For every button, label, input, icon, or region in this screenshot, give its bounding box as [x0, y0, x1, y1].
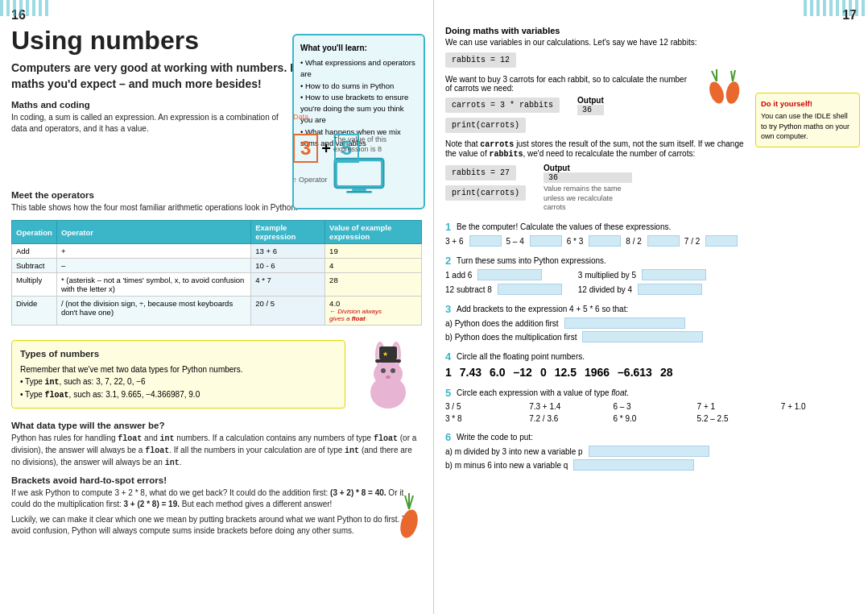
brackets-body2: Luckily, we can make it clear which one …	[11, 514, 422, 537]
answer-box[interactable]	[530, 235, 562, 247]
expr-item: 12 subtract 8	[445, 284, 562, 295]
expr-7plus1: 7 + 1	[697, 402, 773, 411]
datatype-body: Python has rules for handling float and …	[11, 433, 422, 469]
learn-box-item2: • How to do sums in Python	[300, 81, 417, 92]
exercise-1: 1 Be the computer! Calculate the values …	[445, 221, 857, 247]
value-note: Value remains the same unless we recalcu…	[544, 185, 632, 213]
exercise-1-items: 3 + 6 5 – 4 6 * 3 8 / 2 7 / 2	[445, 235, 857, 247]
part-b-label: b) Python does the multiplication first	[445, 333, 577, 342]
exercise-5: 5 Circle each expression with a value of…	[445, 387, 857, 423]
op-example: 13 + 6	[251, 244, 325, 259]
code-print-carrots2: print(carrots)	[445, 185, 526, 201]
exercise-num-6: 6	[445, 431, 451, 443]
answer-box[interactable]	[477, 269, 542, 280]
table-row: Multiply * (asterisk – not a 'times' sym…	[12, 273, 422, 297]
number-1: 1	[445, 366, 452, 379]
number-60: 6.0	[490, 366, 505, 379]
diy-body: You can use the IDLE shell to try Python…	[761, 111, 854, 142]
expr-item: 7 / 2	[684, 235, 738, 247]
page-number-right: 17	[445, 8, 857, 23]
svg-point-20	[707, 80, 727, 105]
exercise-2-items: 1 add 6 12 subtract 8 3 multiplied by 5 …	[445, 269, 857, 295]
expr-7plus10: 7 + 1.0	[781, 402, 857, 411]
exercise-num-3: 3	[445, 303, 451, 315]
part-6a-label: a) m divided by 3 into new a variable p	[445, 447, 583, 456]
division-note: ← Division alwaysgives a float	[329, 308, 417, 322]
note-carrots: Note that carrots just stores the result…	[445, 139, 754, 159]
part-a-label: a) Python does the addition first	[445, 319, 559, 328]
expr-3div5: 3 / 5	[445, 402, 521, 411]
exercise-3-parts: a) Python does the addition first b) Pyt…	[445, 317, 857, 342]
brackets-body1: If we ask Python to compute 3 + 2 * 8, w…	[11, 487, 422, 510]
carrots-illustration	[701, 64, 749, 106]
op-name: Add	[12, 244, 57, 259]
page-left: 16 Using numbers Computers are very good…	[0, 0, 434, 614]
operations-table: Operation Operator Example expression Va…	[11, 220, 422, 326]
svg-point-16	[398, 508, 421, 540]
part-6b-label: b) m minus 6 into new a variable q	[445, 461, 568, 470]
exercise-6-parts: a) m divided by 3 into new a variable p …	[445, 446, 857, 471]
answer-box-6a[interactable]	[589, 446, 709, 457]
exercise-num-5: 5	[445, 387, 451, 399]
answer-box-6b[interactable]	[573, 459, 694, 471]
exercise-3: 3 Add brackets to the expression 4 + 5 *…	[445, 303, 857, 342]
number-125: 12.5	[555, 366, 577, 379]
table-row: Subtract – 10 - 6 4	[12, 259, 422, 273]
answer-box-3b[interactable]	[582, 331, 703, 342]
expr-72div36: 7.2 / 3.6	[529, 414, 605, 423]
table-row: Divide / (not the division sign, ÷, beca…	[12, 297, 422, 326]
number-neg6613: –6.613	[618, 366, 652, 379]
diy-title: Do it yourself!	[761, 98, 854, 109]
output-value-1: 36	[577, 105, 604, 115]
expr-6minus3: 6 – 3	[613, 402, 688, 411]
expr-three: 3	[293, 134, 318, 163]
svg-rect-3	[346, 191, 372, 193]
answer-box[interactable]	[638, 284, 702, 295]
data-label: Data	[293, 113, 308, 121]
expr-item: 8 / 2	[626, 235, 679, 247]
exercise-title-2: Turn these sums into Python expressions.	[457, 256, 606, 265]
exercise-title-5: Circle each expression with a value of t…	[457, 388, 629, 397]
op-name: Subtract	[12, 259, 57, 273]
code2-body: We want to buy 3 carrots for each rabbit…	[445, 75, 692, 93]
output-value-2: 36	[544, 172, 632, 183]
exercise-title-6: Write the code to put:	[457, 433, 533, 442]
answer-box[interactable]	[498, 284, 562, 295]
answer-box-3a[interactable]	[564, 317, 685, 329]
doing-maths-title: Doing maths with variables	[445, 26, 857, 35]
col-operator: Operator	[56, 221, 250, 244]
op-symbol: +	[56, 244, 250, 259]
answer-box[interactable]	[589, 235, 621, 247]
exercise-title-1: Be the computer! Calculate the values of…	[457, 222, 671, 231]
operator-label: ↑ Operator	[293, 176, 359, 184]
answer-box[interactable]	[705, 235, 738, 247]
exercise-4: 4 Circle all the floating point numbers.…	[445, 351, 857, 379]
exercise-5-exprs: 3 / 5 7.3 + 1.4 6 – 3 7 + 1 7 + 1.0 3 * …	[445, 402, 857, 423]
page-number-left: 16	[11, 8, 422, 23]
svg-text:★: ★	[382, 351, 388, 358]
answer-box[interactable]	[642, 269, 706, 280]
answer-box[interactable]	[647, 235, 680, 247]
exercise-title-3: Add brackets to the expression 4 + 5 * 6…	[457, 305, 628, 313]
expr-3times8: 3 * 8	[445, 414, 521, 423]
op-example: 20 / 5	[251, 297, 325, 326]
op-name: Divide	[12, 297, 57, 326]
expr-item: 12 divided by 4	[578, 284, 706, 295]
dots-decoration-right	[804, 0, 868, 16]
code-print-carrots: print(carrots)	[445, 118, 526, 133]
answer-box[interactable]	[469, 235, 502, 247]
number-neg12: –12	[514, 366, 532, 379]
op-symbol: * (asterisk – not a 'times' symbol, x, t…	[56, 273, 250, 297]
number-743: 7.43	[460, 366, 482, 379]
op-value: 4.0 ← Division alwaysgives a float	[325, 297, 422, 326]
expr-item: 3 multiplied by 5	[578, 269, 706, 280]
expr-item: 5 – 4	[506, 235, 562, 247]
op-symbol: –	[56, 259, 250, 273]
op-example: 10 - 6	[251, 259, 325, 273]
doing-maths-body: We can use variables in our calculations…	[445, 38, 857, 47]
exercise-6a: a) m divided by 3 into new a variable p	[445, 446, 709, 457]
op-value: 4	[325, 259, 422, 273]
exercise-3a: a) Python does the addition first	[445, 317, 685, 329]
expr-73plus14: 7.3 + 1.4	[529, 402, 605, 411]
number-28: 28	[660, 366, 673, 379]
